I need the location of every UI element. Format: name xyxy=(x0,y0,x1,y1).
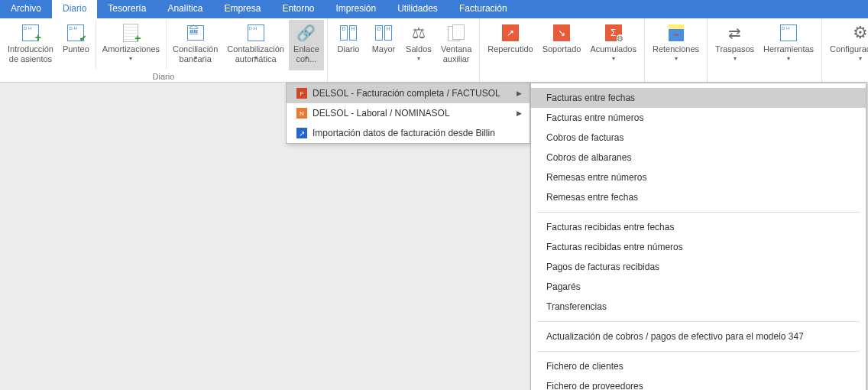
two-sheets-icon xyxy=(448,24,465,41)
tab-impresion[interactable]: Impresión xyxy=(325,0,387,18)
repercutido-button[interactable]: ↗ Repercutido xyxy=(483,20,537,70)
submenu-fact-recibidas-numeros[interactable]: Facturas recibidas entre números xyxy=(531,237,866,257)
swap-icon xyxy=(728,24,741,42)
saldos-button[interactable]: Saldos ▾ xyxy=(401,20,436,70)
scale-icon xyxy=(412,24,426,42)
tab-analitica[interactable]: Analítica xyxy=(157,0,213,18)
traspasos-button[interactable]: Traspasos ▾ xyxy=(711,20,759,70)
conciliacion-bancaria-button[interactable]: Conciliación bancaria ▾ xyxy=(168,20,222,70)
menu-item-factusol[interactable]: F DELSOL - Facturación completa / FACTUS… xyxy=(287,83,530,103)
menu-item-nominasol[interactable]: N DELSOL - Laboral / NOMINASOL ▶ xyxy=(287,103,530,123)
main-menu-bar: Archivo Diario Tesorería Analítica Empre… xyxy=(0,0,868,18)
contabilizacion-automatica-button[interactable]: Contabilización automática ▾ xyxy=(222,20,289,70)
dropdown-caret-icon: ▾ xyxy=(612,55,615,62)
retenciones-button[interactable]: Retenciones ▾ xyxy=(648,20,704,70)
dropdown-caret-icon: ▾ xyxy=(787,55,790,62)
acumulados-button[interactable]: Σ Acumulados ▾ xyxy=(585,20,641,70)
configuraciones-button[interactable]: Configuraciones ▾ xyxy=(825,20,868,70)
sheet-plus-icon xyxy=(123,24,138,42)
dropdown-caret-icon: ▾ xyxy=(194,54,197,61)
tab-archivo[interactable]: Archivo xyxy=(0,0,52,18)
nominasol-icon: N xyxy=(296,108,307,119)
submenu-pagares[interactable]: Pagarés xyxy=(531,277,866,297)
diario-button[interactable]: Diario xyxy=(331,20,366,70)
document-icon xyxy=(780,24,797,41)
submenu-fichero-clientes[interactable]: Fichero de clientes xyxy=(531,356,866,376)
workspace-area: F DELSOL - Facturación completa / FACTUS… xyxy=(0,83,868,390)
tax-out-icon: ↗ xyxy=(502,24,519,41)
document-gear-icon xyxy=(248,24,264,41)
factusol-submenu: Facturas entre fechas Facturas entre núm… xyxy=(530,83,866,390)
dropdown-caret-icon: ▾ xyxy=(675,55,678,62)
tab-entorno[interactable]: Entorno xyxy=(271,0,325,18)
billin-icon: ↗ xyxy=(296,128,307,138)
submenu-remesas-numeros[interactable]: Remesas entre números xyxy=(531,167,866,187)
submenu-transferencias[interactable]: Transferencias xyxy=(531,297,866,317)
calc-icon xyxy=(669,24,684,41)
document-check-icon xyxy=(67,24,84,41)
submenu-facturas-entre-fechas[interactable]: Facturas entre fechas xyxy=(531,88,866,108)
enlace-con-button[interactable]: Enlace con... ▾ xyxy=(289,20,324,70)
tab-diario[interactable]: Diario xyxy=(52,0,97,18)
submenu-arrow-icon: ▶ xyxy=(517,109,522,117)
enlace-con-menu: F DELSOL - Facturación completa / FACTUS… xyxy=(286,83,530,144)
two-book-icon xyxy=(339,25,358,41)
tab-empresa[interactable]: Empresa xyxy=(213,0,271,18)
submenu-arrow-icon: ▶ xyxy=(517,89,522,97)
submenu-cobros-albaranes[interactable]: Cobros de albaranes xyxy=(531,148,866,167)
factusol-icon: F xyxy=(296,88,307,99)
menu-item-billin[interactable]: ↗ Importación datos de facturación desde… xyxy=(287,123,530,143)
dropdown-caret-icon: ▾ xyxy=(305,54,308,61)
gear-icon xyxy=(853,23,868,43)
tax-gear-icon: Σ xyxy=(605,24,622,41)
submenu-pagos-fact-recibidas[interactable]: Pagos de facturas recibidas xyxy=(531,257,866,277)
submenu-remesas-fechas[interactable]: Remesas entre fechas xyxy=(531,187,866,207)
tab-facturacion[interactable]: Facturación xyxy=(449,0,518,18)
mayor-button[interactable]: Mayor xyxy=(366,20,401,70)
amortizaciones-button[interactable]: Amortizaciones ▾ xyxy=(98,20,164,70)
two-book-icon xyxy=(374,25,393,41)
ventana-auxiliar-button[interactable]: Ventana auxiliar xyxy=(436,20,476,70)
tab-tesoreria[interactable]: Tesorería xyxy=(97,0,157,18)
introduccion-asientos-button[interactable]: Introducción de asientos xyxy=(3,20,58,70)
submenu-actualizacion-347[interactable]: Actualización de cobros / pagos de efect… xyxy=(531,327,866,346)
tab-utilidades[interactable]: Utilidades xyxy=(387,0,449,18)
punteo-button[interactable]: Punteo xyxy=(58,20,94,70)
submenu-fact-recibidas-fechas[interactable]: Facturas recibidas entre fechas xyxy=(531,217,866,237)
dropdown-caret-icon: ▾ xyxy=(734,55,737,62)
submenu-fichero-proveedores[interactable]: Fichero de proveedores xyxy=(531,376,866,390)
dropdown-caret-icon: ▾ xyxy=(417,55,420,62)
ribbon-group-label-diario: Diario xyxy=(153,70,175,81)
dropdown-caret-icon: ▾ xyxy=(859,55,862,62)
submenu-facturas-entre-numeros[interactable]: Facturas entre números xyxy=(531,108,866,128)
dropdown-caret-icon: ▾ xyxy=(254,54,257,61)
dropdown-caret-icon: ▾ xyxy=(129,55,132,62)
tax-in-icon: ↘ xyxy=(553,24,570,41)
link-icon xyxy=(296,24,316,42)
ribbon-toolbar: Introducción de asientos Punteo Amortiza… xyxy=(0,18,868,83)
soportado-button[interactable]: ↘ Soportado xyxy=(538,20,586,70)
herramientas-button[interactable]: Herramientas ▾ xyxy=(759,20,818,70)
submenu-cobros-facturas[interactable]: Cobros de facturas xyxy=(531,128,866,148)
bank-icon xyxy=(187,25,204,41)
document-plus-icon xyxy=(22,24,39,41)
